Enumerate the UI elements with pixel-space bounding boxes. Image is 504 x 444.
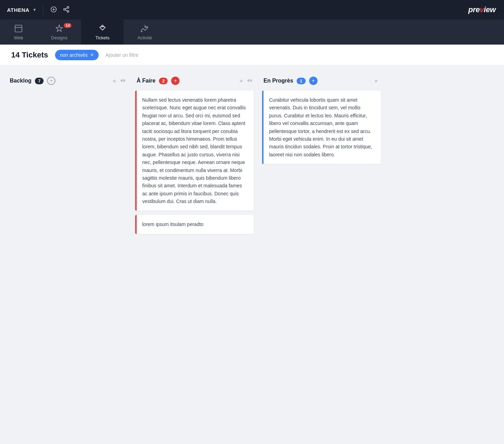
nav-label-designs: Designs: [51, 35, 68, 40]
column-en-progres: En Progrès 1 + ＋ Curabitur vehicula lobo…: [262, 77, 381, 168]
svg-point-5: [67, 10, 69, 12]
app-name: ATHENA: [7, 7, 29, 13]
col-actions-backlog: ＋ ⇔: [111, 77, 125, 85]
nav-label-activite: Activité: [137, 35, 152, 40]
navbar: Web 14 Designs Tickets Activité: [0, 20, 504, 45]
col-actions-progres: ＋: [373, 77, 379, 85]
card-text-3: Curabitur vehicula lobortis quam sit ame…: [264, 91, 381, 164]
svg-point-4: [63, 8, 65, 10]
share-icon[interactable]: [63, 6, 70, 14]
page-title: 14 Tickets: [11, 50, 48, 60]
add-backlog-button[interactable]: +: [47, 77, 55, 85]
card-text-2: lorem ipsum itsulam peradto: [137, 215, 254, 234]
add-col-icon2[interactable]: ＋: [238, 77, 244, 85]
col-title-progres: En Progrès: [264, 78, 293, 84]
expand-col-icon[interactable]: ⇔: [120, 77, 125, 85]
col-header-backlog: Backlog 7 + ＋ ⇔: [8, 77, 127, 85]
col-header-progres: En Progrès 1 + ＋: [262, 77, 381, 85]
topbar: ATHENA ▾ preview: [0, 0, 504, 20]
nav-label-web: Web: [14, 35, 23, 40]
app-name-area: ATHENA ▾: [7, 5, 70, 15]
card-text-1: Nullam sed lectus venenatis lorem pharet…: [137, 91, 254, 211]
close-filter-icon[interactable]: ×: [90, 52, 93, 58]
nav-item-activite[interactable]: Activité: [123, 20, 166, 45]
add-col-icon3[interactable]: ＋: [373, 77, 379, 85]
card-afaire-1[interactable]: Nullam sed lectus venenatis lorem pharet…: [135, 91, 254, 211]
expand-col-icon2[interactable]: ⇔: [247, 77, 252, 85]
nav-item-designs[interactable]: 14 Designs: [37, 20, 82, 45]
nav-label-tickets: Tickets: [95, 35, 109, 40]
add-afaire-button[interactable]: +: [171, 77, 180, 85]
add-filter-button[interactable]: Ajouter un filtre: [106, 52, 138, 58]
col-badge-progres: 1: [297, 78, 305, 84]
nav-item-tickets[interactable]: Tickets: [81, 20, 123, 45]
col-actions-afaire: ＋ ⇔: [238, 77, 252, 85]
svg-point-10: [102, 25, 103, 26]
col-badge-backlog: 7: [35, 78, 44, 84]
svg-line-6: [65, 10, 67, 11]
col-title-backlog: Backlog: [10, 78, 31, 84]
card-afaire-2[interactable]: lorem ipsum itsulam peradto: [135, 215, 254, 234]
logo: preview: [468, 5, 496, 14]
chevron-down-icon[interactable]: ▾: [33, 7, 36, 12]
col-badge-afaire: 2: [159, 78, 168, 84]
column-backlog: Backlog 7 + ＋ ⇔: [8, 77, 127, 91]
col-title-afaire: À Faire: [137, 78, 155, 84]
filter-tag-non-archives[interactable]: non archivés ×: [55, 50, 99, 60]
add-icon[interactable]: [50, 6, 57, 14]
filter-label: non archivés: [60, 52, 87, 58]
designs-badge: 14: [64, 23, 71, 28]
column-afaire: À Faire 2 + ＋ ⇔ Nullam sed lectus venena…: [135, 77, 254, 238]
svg-point-3: [67, 6, 69, 8]
topbar-actions: [50, 6, 70, 14]
page-header: 14 Tickets non archivés × Ajouter un fil…: [0, 45, 504, 65]
kanban-board: Backlog 7 + ＋ ⇔ À Faire 2 + ＋ ⇔ Nullam s…: [0, 65, 504, 249]
add-col-icon[interactable]: ＋: [111, 77, 117, 85]
nav-item-web[interactable]: Web: [0, 20, 37, 45]
card-progres-1[interactable]: Curabitur vehicula lobortis quam sit ame…: [262, 91, 381, 164]
divider: [43, 5, 43, 15]
col-header-afaire: À Faire 2 + ＋ ⇔: [135, 77, 254, 85]
svg-line-7: [65, 8, 67, 9]
add-progres-button[interactable]: +: [309, 77, 318, 85]
svg-rect-8: [15, 25, 22, 32]
